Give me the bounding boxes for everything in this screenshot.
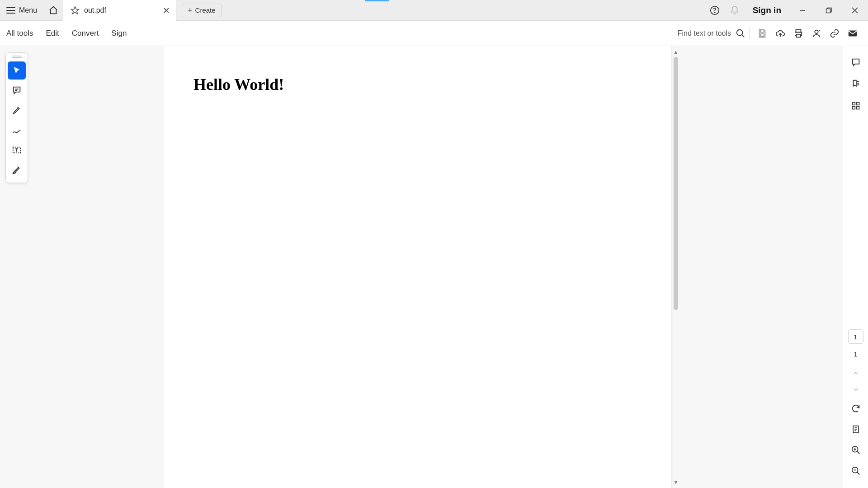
menu-all-tools[interactable]: All tools	[6, 29, 33, 38]
body: Hello World! ▲ ▼ 1 1	[0, 46, 868, 488]
zoom-in-button[interactable]	[847, 441, 865, 459]
hamburger-icon	[6, 7, 15, 14]
scroll-thumb[interactable]	[674, 57, 678, 310]
menu-convert[interactable]: Convert	[72, 29, 99, 38]
zoom-in-icon	[851, 445, 861, 455]
mail-icon	[848, 28, 858, 38]
toolbar: All tools Edit Convert Sign Find text or…	[0, 21, 868, 46]
menu-edit[interactable]: Edit	[46, 29, 59, 38]
zoom-out-button[interactable]	[847, 462, 865, 480]
chevron-down-icon	[852, 386, 859, 393]
window-minimize-button[interactable]	[789, 0, 816, 20]
print-icon	[793, 28, 803, 38]
svg-point-2	[714, 12, 715, 12]
scroll-down-button[interactable]: ▼	[673, 479, 679, 485]
window-restore-button[interactable]	[816, 0, 842, 20]
page-display-button[interactable]	[847, 420, 865, 438]
document-heading: Hello World!	[193, 75, 671, 94]
cloud-upload-icon	[775, 28, 786, 38]
find-group[interactable]: Find text or tools	[678, 28, 745, 38]
toolbox-grip[interactable]	[12, 56, 22, 58]
page-down-button[interactable]	[848, 383, 863, 396]
page-display-icon	[851, 424, 860, 434]
home-icon	[48, 5, 58, 15]
close-icon	[852, 7, 858, 14]
scroll-up-button[interactable]: ▲	[673, 49, 679, 55]
find-label: Find text or tools	[678, 29, 731, 38]
document-tab[interactable]: out.pdf	[63, 0, 176, 21]
menu-button[interactable]: Menu	[0, 0, 43, 20]
svg-rect-12	[856, 103, 859, 105]
sign-in-button[interactable]: Sign in	[745, 5, 789, 15]
print-button[interactable]	[789, 24, 807, 42]
bell-icon	[730, 5, 740, 15]
comment-tool[interactable]	[8, 81, 26, 99]
loading-indicator	[365, 0, 389, 1]
pdf-page[interactable]: Hello World!	[164, 46, 671, 488]
left-toolbox	[5, 52, 28, 183]
sparkle-person-icon	[811, 28, 821, 38]
plus-icon: +	[188, 6, 193, 14]
separator	[749, 28, 750, 39]
close-icon	[163, 7, 170, 14]
cursor-icon	[12, 66, 21, 75]
minimize-icon	[799, 7, 806, 14]
svg-point-8	[815, 30, 818, 33]
svg-rect-3	[826, 9, 830, 13]
create-button[interactable]: + Create	[182, 4, 222, 17]
search-icon	[736, 28, 745, 38]
vertical-scrollbar[interactable]: ▲ ▼	[673, 49, 679, 485]
tab-title: out.pdf	[84, 6, 157, 14]
menu-label: Menu	[19, 6, 37, 14]
bookmark-list-icon	[851, 79, 861, 89]
draw-icon	[12, 125, 22, 135]
tab-close-button[interactable]	[161, 5, 171, 15]
svg-rect-14	[856, 107, 859, 109]
rotate-icon	[851, 404, 861, 413]
notifications-button[interactable]	[725, 0, 745, 20]
text-box-icon	[12, 145, 22, 155]
svg-rect-13	[852, 107, 855, 109]
tool-menu: All tools Edit Convert Sign	[6, 29, 127, 38]
svg-rect-7	[796, 34, 800, 37]
menu-sign[interactable]: Sign	[111, 29, 127, 38]
document-area: Hello World! ▲ ▼	[0, 46, 843, 488]
svg-rect-11	[852, 103, 855, 105]
select-tool[interactable]	[8, 61, 26, 80]
comment-icon	[851, 57, 861, 67]
svg-marker-0	[71, 6, 79, 14]
restore-icon	[826, 7, 832, 14]
help-icon	[710, 5, 720, 15]
zoom-out-icon	[851, 466, 861, 476]
thumbnails-panel-button[interactable]	[847, 97, 865, 115]
star-icon[interactable]	[71, 6, 80, 15]
save-icon	[757, 28, 767, 38]
page-up-button[interactable]	[848, 367, 863, 380]
fill-sign-tool[interactable]	[8, 161, 26, 179]
text-box-tool[interactable]	[8, 141, 26, 159]
home-button[interactable]	[43, 0, 63, 20]
draw-tool[interactable]	[8, 121, 26, 139]
pen-icon	[12, 165, 22, 175]
ai-assistant-button[interactable]	[807, 24, 826, 42]
help-button[interactable]	[705, 0, 725, 20]
bookmarks-panel-button[interactable]	[847, 75, 865, 93]
svg-rect-5	[760, 33, 764, 36]
document-scroll: Hello World! ▲ ▼	[164, 46, 679, 488]
titlebar-right: Sign in	[705, 0, 868, 20]
page-number-input[interactable]: 1	[848, 329, 863, 344]
rotate-button[interactable]	[847, 399, 865, 418]
highlighter-icon	[12, 105, 22, 115]
highlight-tool[interactable]	[8, 101, 26, 119]
window-close-button[interactable]	[842, 0, 868, 20]
email-button[interactable]	[844, 24, 862, 42]
comment-icon	[12, 85, 22, 95]
page-total-label: 1	[854, 350, 857, 358]
save-button[interactable]	[753, 24, 771, 42]
svg-point-4	[737, 29, 743, 35]
comments-panel-button[interactable]	[847, 53, 865, 71]
chevron-up-icon	[852, 370, 859, 377]
link-icon	[830, 28, 840, 38]
upload-cloud-button[interactable]	[771, 24, 789, 42]
share-link-button[interactable]	[826, 24, 844, 42]
